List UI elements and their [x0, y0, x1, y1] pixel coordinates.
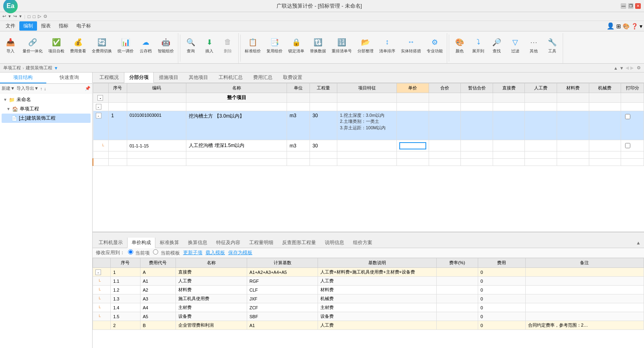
tab-fee-summary[interactable]: 费用汇总	[248, 72, 278, 83]
nav-right-btn[interactable]: ▶	[630, 65, 634, 70]
table-row[interactable]: -	[93, 103, 644, 111]
quick-btn-2[interactable]: □	[32, 14, 37, 19]
update-children-btn[interactable]: 更新子项	[183, 249, 202, 256]
option-current-template[interactable]: 当前模板	[153, 249, 180, 257]
replace-data-btn[interactable]: 🔃 替换数据	[308, 33, 328, 57]
table-row[interactable]: - 1 0101001003001 挖沟槽土方 【3.0m以内】 m3 30 1…	[93, 111, 644, 140]
brow-rate[interactable]	[436, 286, 478, 294]
brow-fee[interactable]: 0	[478, 312, 525, 321]
brow-rate[interactable]	[436, 303, 478, 312]
tab-fee-settings[interactable]: 取费设置	[278, 72, 308, 83]
col-est-total[interactable]: 暂估合价	[461, 83, 493, 93]
tab-reverse-check[interactable]: 反查图形工程量	[278, 238, 320, 248]
tab-convert-info[interactable]: 换算信息	[184, 238, 212, 248]
expand-btn-2[interactable]: -	[96, 113, 101, 118]
col-labor[interactable]: 人工费	[525, 83, 557, 93]
bottom-table-row[interactable]: └ 1.3 A3 施工机具使用费 JXF 机械费 0	[93, 294, 644, 303]
maximize-button[interactable]: ❐	[628, 3, 634, 9]
project-review-btn[interactable]: ✅ 项目自检	[46, 33, 67, 57]
tab-description[interactable]: 说明信息	[320, 238, 349, 248]
column-settings-btn[interactable]: ⚙	[637, 65, 641, 70]
tree-expand-single[interactable]: ▼	[6, 107, 10, 111]
col-direct[interactable]: 直接费	[493, 83, 525, 93]
item-total[interactable]	[429, 111, 461, 140]
quick-btn-1[interactable]: □	[27, 14, 31, 19]
menu-indicator[interactable]: 指标	[55, 21, 72, 31]
bcol-fee[interactable]: 费用	[478, 258, 525, 268]
breadcrumb-item-2[interactable]: 建筑装饰工程	[26, 65, 52, 71]
import-button[interactable]: 📥 导入	[2, 33, 19, 57]
bottom-table-row[interactable]: └ 1.1 A1 人工费 RGF 人工费 0	[93, 277, 644, 286]
bcol-code[interactable]: 费用代号	[140, 258, 175, 268]
minimize-button[interactable]: —	[621, 3, 626, 9]
tab-labor-machine-show[interactable]: 工料机显示	[94, 238, 127, 248]
menu-report[interactable]: 报表	[37, 21, 55, 31]
sub-print-check[interactable]	[625, 143, 630, 148]
close-button[interactable]: ✕	[635, 3, 641, 9]
print-check[interactable]	[625, 114, 630, 119]
tab-other-items[interactable]: 其他项目	[184, 72, 213, 83]
col-code[interactable]: 编码	[127, 83, 186, 93]
unified-adjust-btn[interactable]: 📊 统一调价	[115, 33, 136, 57]
standard-price-btn[interactable]: 📋 标准组价	[242, 33, 263, 57]
col-material[interactable]: 材料费	[557, 83, 589, 93]
move-down-button[interactable]: ↓	[44, 86, 46, 91]
item-material[interactable]	[557, 111, 589, 140]
undo-button[interactable]: ↩	[2, 14, 7, 19]
brow-fee[interactable]: 0	[478, 321, 525, 330]
bottom-table-row[interactable]: └ 1.5 A5 设备费 SBF 设备费 0	[93, 312, 644, 321]
horizontal-scrollbar[interactable]	[93, 232, 644, 238]
item-print[interactable]	[621, 111, 644, 140]
sub-machine[interactable]	[589, 140, 621, 151]
col-machine[interactable]: 机械费	[589, 83, 621, 93]
bcol-base[interactable]: 计算基数	[247, 258, 318, 268]
find-btn[interactable]: 🔎 查找	[488, 33, 506, 57]
pin-button[interactable]: 📌	[85, 86, 91, 91]
clear-sort-btn[interactable]: ↕ 清单排序	[377, 33, 398, 57]
bottom-table-row[interactable]: 2 B 企业管理费和利润 A1 人工费 0 合同约定费率，参考范围：2…	[93, 321, 644, 330]
nav-left-btn[interactable]: ◀	[625, 65, 629, 70]
move-up-button[interactable]: ↑	[40, 86, 43, 91]
tree-item-single[interactable]: ▼ 🏠 单项工程	[2, 104, 91, 114]
tree-expand-root[interactable]: ▼	[3, 97, 7, 102]
fee-view-btn[interactable]: 💰 费用查看	[68, 33, 89, 57]
sub-total[interactable]	[429, 140, 461, 151]
tab-standard-convert[interactable]: 标准换算	[155, 238, 184, 248]
tools-btn[interactable]: 🔧 工具	[543, 33, 561, 57]
bottom-table-row[interactable]: - 1 A 直接费 A1+A2+A3+A4+A5 人工费+材料费+施工机具使用费…	[93, 268, 644, 277]
import-export-button[interactable]: 导入导出▼	[17, 85, 39, 91]
undo-dropdown[interactable]: ▾	[8, 14, 12, 19]
brow-fee[interactable]: 0	[478, 268, 525, 277]
save-template-btn[interactable]: 保存为模板	[228, 249, 252, 256]
tab-quick-search[interactable]: 快速查询	[46, 72, 93, 83]
col-unit-price[interactable]: 单价	[397, 83, 429, 93]
expand-btn-0[interactable]: -	[97, 95, 103, 101]
bottom-table-row[interactable]: └ 1.4 A4 主材费 ZCF 主材费 0	[93, 303, 644, 312]
table-row[interactable]: - 整个项目	[93, 93, 644, 103]
tab-feature-content[interactable]: 特征及内容	[212, 238, 245, 248]
col-print[interactable]: 打印分	[621, 83, 644, 93]
insert-btn[interactable]: ⬇ 插入	[200, 33, 218, 57]
new-button[interactable]: 新建▼	[2, 85, 15, 91]
brow-fee[interactable]: 0	[478, 286, 525, 294]
bcol-rate[interactable]: 费率(%)	[436, 258, 478, 268]
quick-btn-3[interactable]: ▷	[37, 14, 42, 19]
tab-qty-detail[interactable]: 工程量明细	[245, 238, 278, 248]
col-name[interactable]: 名称	[186, 83, 287, 93]
sub-est-total[interactable]	[461, 140, 493, 151]
bottom-table-row[interactable]: └ 1.2 A2 材料费 CLF 材料费 0	[93, 286, 644, 294]
brow-rate[interactable]	[436, 321, 478, 330]
menu-expand[interactable]: ▾	[640, 23, 642, 29]
skin-btn[interactable]: 🎨	[623, 23, 630, 29]
bcol-name[interactable]: 名称	[176, 258, 247, 268]
all-fee-switch-btn[interactable]: 🔄 全费用切换	[89, 33, 114, 57]
tab-price-plan[interactable]: 组价方案	[349, 238, 377, 248]
brow-fee[interactable]: 0	[478, 277, 525, 286]
col-qty[interactable]: 工程量	[310, 83, 337, 93]
reuse-price-btn[interactable]: 📑 复用组价	[264, 33, 285, 57]
app-logo[interactable]: Ea	[3, 0, 18, 13]
brow-fee[interactable]: 0	[478, 303, 525, 312]
bcol-note[interactable]: 备注	[525, 258, 644, 268]
tab-labor-material[interactable]: 工料机汇总	[213, 72, 248, 83]
tab-section-items[interactable]: 分部分项	[124, 72, 154, 83]
